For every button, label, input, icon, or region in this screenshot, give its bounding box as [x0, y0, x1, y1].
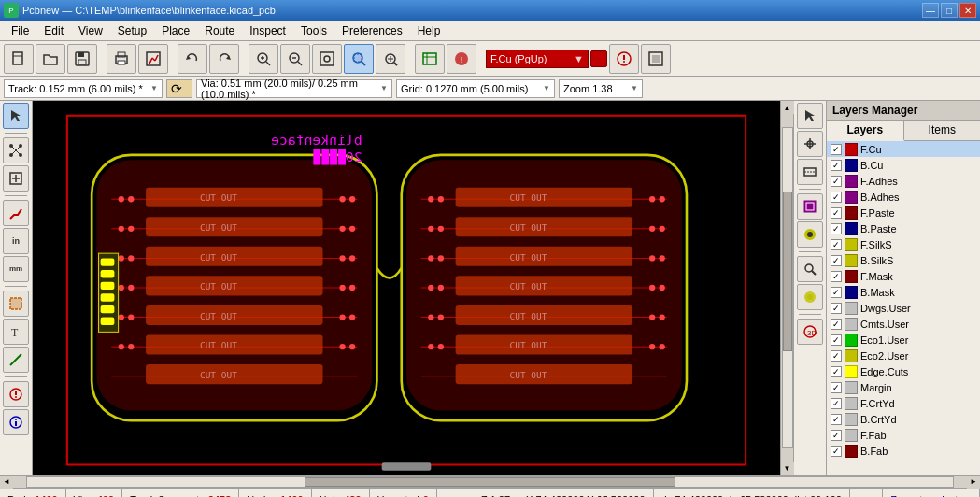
layer-item-f-paste[interactable]: ✓F.Paste [827, 205, 980, 220]
drc-button[interactable]: ! [447, 44, 476, 74]
drc-tool-button[interactable] [3, 381, 29, 407]
zoom-in-button[interactable] [249, 44, 278, 74]
close-button[interactable]: ✕ [959, 3, 976, 18]
layer-check-19[interactable]: ✓ [831, 446, 842, 457]
menu-view[interactable]: View [71, 21, 110, 40]
menu-tools[interactable]: Tools [293, 21, 334, 40]
layer-item-eco2-user[interactable]: ✓Eco2.User [827, 348, 980, 363]
scroll-down-button[interactable]: ▼ [781, 462, 794, 475]
layer-item-b-mask[interactable]: ✓B.Mask [827, 284, 980, 300]
highlight-net-button[interactable] [797, 284, 823, 310]
zoom-selection-button[interactable] [344, 44, 374, 74]
add-anchor-button[interactable] [797, 131, 823, 157]
layer-check-8[interactable]: ✓ [831, 271, 842, 282]
local-ratsnest-button[interactable] [3, 137, 29, 163]
layer-check-6[interactable]: ✓ [831, 239, 842, 250]
net-inspector-button[interactable] [415, 44, 445, 74]
add-footprint-button[interactable] [3, 165, 29, 192]
layer-item-cmts-user[interactable]: ✓Cmts.User [827, 316, 980, 332]
layer-item-f-fab[interactable]: ✓F.Fab [827, 427, 980, 443]
layer-item-edge-cuts[interactable]: ✓Edge.Cuts [827, 363, 980, 379]
track-selector[interactable]: Track: 0.152 mm (6.00 mils) * ▼ [4, 79, 163, 98]
layer-check-7[interactable]: ✓ [831, 255, 842, 266]
layer-item-f-crtyd[interactable]: ✓F.CrtYd [827, 395, 980, 411]
redo-button[interactable] [209, 44, 239, 74]
layer-check-12[interactable]: ✓ [831, 334, 842, 346]
layer-selector-button[interactable]: F.Cu (PgUp) ▼ [486, 50, 589, 68]
layer-check-16[interactable]: ✓ [831, 398, 842, 409]
print-button[interactable] [107, 44, 136, 74]
vertical-scrollbar[interactable]: ▲ ▼ [780, 101, 793, 475]
layer-item-f-cu[interactable]: ✓F.Cu [827, 141, 980, 157]
layer-check-5[interactable]: ✓ [831, 223, 842, 234]
layer-color-button[interactable] [590, 50, 607, 67]
menu-place[interactable]: Place [154, 21, 197, 40]
menu-edit[interactable]: Edit [36, 21, 71, 40]
zoom-to-selection-status[interactable]: Zoom to selection [883, 489, 980, 497]
scroll-right-button[interactable]: ► [967, 476, 980, 489]
module-editor-button[interactable] [641, 44, 671, 74]
layer-check-0[interactable]: ✓ [831, 144, 842, 155]
layer-check-15[interactable]: ✓ [831, 382, 842, 393]
layer-item-margin[interactable]: ✓Margin [827, 379, 980, 395]
add-graphic-line-button[interactable] [3, 347, 29, 373]
minimize-button[interactable]: — [922, 3, 939, 18]
via-selector[interactable]: Via: 0.51 mm (20.0 mils)/ 0.25 mm (10.0 … [196, 79, 392, 98]
zoom-refresh-button[interactable] [376, 44, 405, 74]
maximize-button[interactable]: □ [941, 3, 958, 18]
open-file-button[interactable] [36, 44, 65, 74]
menu-setup[interactable]: Setup [110, 21, 154, 40]
vscrollbar-thumb[interactable] [783, 192, 792, 351]
tab-items[interactable]: Items [904, 121, 981, 140]
module-properties-button[interactable] [797, 193, 823, 220]
plot-button[interactable] [138, 44, 168, 74]
design-rules-button[interactable] [609, 44, 639, 74]
layer-check-1[interactable]: ✓ [831, 160, 842, 171]
layer-check-18[interactable]: ✓ [831, 430, 842, 441]
hscrollbar-thumb[interactable] [305, 477, 675, 487]
layer-item-dwgs-user[interactable]: ✓Dwgs.User [827, 300, 980, 316]
layer-item-b-adhes[interactable]: ✓B.Adhes [827, 189, 980, 205]
layer-item-b-paste[interactable]: ✓B.Paste [827, 220, 980, 236]
undo-button[interactable] [178, 44, 207, 74]
new-file-button[interactable] [4, 44, 34, 74]
layer-check-4[interactable]: ✓ [831, 207, 842, 219]
menu-file[interactable]: File [4, 21, 36, 40]
layer-item-f-mask[interactable]: ✓F.Mask [827, 268, 980, 284]
interactive-router-btn[interactable]: ⟳ [166, 79, 192, 98]
menu-route[interactable]: Route [197, 21, 242, 40]
layer-item-b-cu[interactable]: ✓B.Cu [827, 157, 980, 173]
grid-selector[interactable]: Grid: 0.1270 mm (5.00 mils) ▼ [396, 79, 555, 98]
zoom-area-button[interactable] [797, 256, 823, 282]
save-file-button[interactable] [67, 44, 97, 74]
layer-check-17[interactable]: ✓ [831, 414, 842, 425]
pcb-canvas-area[interactable]: CUT OUT CUT OUT CUT OUT CUT OUT CUT OUT … [33, 101, 780, 475]
show-board-3d-button[interactable]: 3D [797, 319, 823, 345]
layer-check-9[interactable]: ✓ [831, 287, 842, 298]
tab-layers[interactable]: Layers [827, 121, 904, 141]
select-tool-button[interactable] [3, 103, 29, 129]
layer-check-11[interactable]: ✓ [831, 319, 842, 330]
layer-check-10[interactable]: ✓ [831, 303, 842, 314]
cursor-tool-button[interactable] [797, 103, 823, 129]
interactive-router-button[interactable]: mm [3, 256, 29, 282]
route-diff-pair-button[interactable]: in [3, 228, 29, 254]
layer-item-f-silks[interactable]: ✓F.SilkS [827, 236, 980, 252]
route-track-button[interactable] [3, 200, 29, 226]
pad-properties-button[interactable] [797, 221, 823, 248]
zoom-selector[interactable]: Zoom 1.38 ▼ [559, 79, 643, 98]
layer-item-eco1-user[interactable]: ✓Eco1.User [827, 332, 980, 348]
scroll-up-button[interactable]: ▲ [781, 101, 794, 114]
zoom-fit-button[interactable] [312, 44, 342, 74]
layer-item-b-crtyd[interactable]: ✓B.CrtYd [827, 411, 980, 427]
zoom-out-button[interactable] [280, 44, 310, 74]
menu-preferences[interactable]: Preferences [334, 21, 410, 40]
layer-check-14[interactable]: ✓ [831, 366, 842, 377]
layer-check-13[interactable]: ✓ [831, 350, 842, 362]
layer-item-f-adhes[interactable]: ✓F.Adhes [827, 173, 980, 189]
scroll-left-button[interactable]: ◄ [0, 476, 13, 489]
layer-item-b-silks[interactable]: ✓B.SilkS [827, 252, 980, 268]
layer-check-2[interactable]: ✓ [831, 176, 842, 187]
layer-check-3[interactable]: ✓ [831, 192, 842, 203]
add-zone-button[interactable] [3, 291, 29, 317]
